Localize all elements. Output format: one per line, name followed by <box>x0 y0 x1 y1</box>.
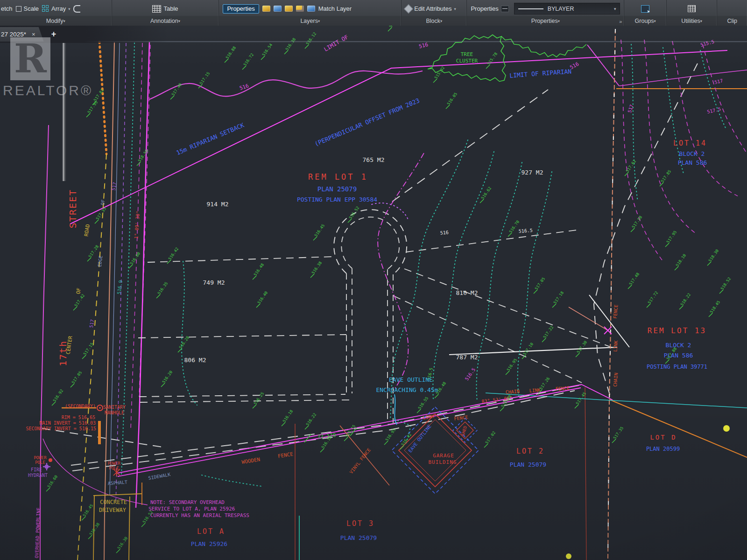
area-label: 927 M2 <box>521 169 543 176</box>
utility-label: MANHOLE <box>105 410 124 415</box>
building-label: ENCROACHING 0.45m <box>376 386 438 393</box>
utility-label: HYDRANT <box>28 473 48 478</box>
groups-panel-label: Groups <box>635 18 654 24</box>
scale-button[interactable]: Scale <box>16 5 39 12</box>
layers-panel-title[interactable]: Layers <box>219 16 401 26</box>
street-label: STREET <box>67 189 78 228</box>
cad-viewport[interactable]: REM LOT 1PLAN 25079POSTING PLAN EPP 3058… <box>0 0 747 560</box>
edit-attributes-label: Edit Attributes <box>414 5 451 12</box>
color-swatch-icon <box>501 6 509 12</box>
file-tab-bar: 27 2025* × + <box>0 26 168 43</box>
utility-label: POLE <box>109 466 119 470</box>
street-label: OF <box>100 199 106 205</box>
match-layer-label: Match Layer <box>318 5 352 12</box>
table-button[interactable]: Table <box>152 5 178 13</box>
chevron-down-icon: ▾ <box>614 7 616 11</box>
lot-label: PLAN 25079 <box>317 185 357 193</box>
note-line: CURRENTLY HAS AN AERIAL TRESPASS <box>150 512 249 518</box>
modify-panel-label: Modify <box>46 18 63 24</box>
lot-label: POSTING PLAN 39771 <box>647 364 707 370</box>
scale-icon <box>16 6 21 12</box>
group-selection-icon[interactable] <box>641 5 649 13</box>
close-tab-icon[interactable]: × <box>32 31 35 38</box>
layer-properties-button[interactable]: Properties <box>223 4 259 14</box>
building-label: TREE <box>461 51 473 57</box>
linetype-select[interactable]: BYLAYER ▾ <box>514 3 620 14</box>
ribbon-panel-clip: Clip <box>717 0 747 26</box>
lot-label: LOT 2 <box>516 447 544 455</box>
annotation-panel-label: Annotation <box>150 18 178 24</box>
linetype-sample-icon <box>518 8 543 9</box>
ribbon-toolbar: etch Scale Array Modify Table Annotation… <box>0 0 747 26</box>
edit-attributes-button[interactable]: Edit Attributes <box>405 5 456 12</box>
lot-label: LOT 14 <box>673 139 707 147</box>
building-label: GARAGE <box>433 453 454 459</box>
note-line: NOTE: SECONDARY OVERHEAD <box>150 499 225 505</box>
match-layer-button[interactable]: Match Layer <box>318 5 352 12</box>
building-label: DRIVEWAY <box>99 507 127 513</box>
annotation-panel-title[interactable]: Annotation <box>112 16 219 26</box>
lot-label: PLAN 25079 <box>510 461 546 468</box>
lot-label: PLAN 586 <box>678 159 707 166</box>
layer-lock-icon[interactable] <box>296 6 304 12</box>
layers-panel-label: Layers <box>300 18 318 24</box>
ribbon-panel-annotation: Table Annotation <box>112 0 219 26</box>
spline-edit-icon[interactable] <box>73 5 80 13</box>
fence-label: FENCE <box>555 385 570 392</box>
building-label: CLUSTER <box>456 58 478 64</box>
building-label: CONCRETE <box>100 499 127 505</box>
lot-label: BLOCK 2 <box>679 150 705 157</box>
area-label: 810 M2 <box>456 289 478 296</box>
fence-label: CHAIN <box>505 389 520 395</box>
properties-button[interactable]: Properties <box>471 5 508 12</box>
properties-panel-title[interactable]: Properties <box>467 16 624 26</box>
layer-state-icon[interactable] <box>262 6 270 12</box>
utility-label: POWER <box>107 461 120 466</box>
lot-label: PLAN 20599 <box>646 446 680 452</box>
power-pole-symbol <box>49 458 52 462</box>
lot-label: POSTING PLAN EPP 30584 <box>297 196 377 203</box>
panel-expander-icon[interactable]: » <box>619 19 622 24</box>
lot-label: BLOCK 2 <box>666 342 691 349</box>
array-icon <box>42 5 49 12</box>
layer-freeze-icon[interactable] <box>285 6 293 12</box>
stretch-button[interactable]: etch <box>1 5 13 12</box>
linetype-value: BYLAYER <box>548 6 574 12</box>
utilities-grid-icon[interactable] <box>688 5 696 12</box>
lot-label: REM LOT 1 <box>308 172 368 182</box>
utilities-panel-title[interactable]: Utilities <box>667 16 717 26</box>
new-tab-button[interactable]: + <box>51 29 56 39</box>
layer-off-icon[interactable] <box>307 6 315 12</box>
ribbon-panel-modify: etch Scale Array Modify <box>0 0 112 26</box>
fence-label: LINK <box>613 340 619 352</box>
lot-label: REM LOT 13 <box>648 326 706 335</box>
block-panel-label: Block <box>426 18 440 24</box>
scale-label: Scale <box>24 5 39 12</box>
block-panel-title[interactable]: Block <box>402 16 466 26</box>
properties-panel-label: Properties <box>531 18 558 24</box>
utility-label: MAIN INVERT = 516.03 <box>40 420 96 426</box>
area-label: 749 M2 <box>203 279 225 286</box>
ribbon-panel-groups: Groups <box>624 0 667 26</box>
array-button[interactable]: Array <box>42 5 70 12</box>
contour-label: 516.5 <box>518 228 533 234</box>
drawing-file-tab-label: 27 2025* <box>1 31 26 38</box>
lot-label: LOT D <box>650 434 677 441</box>
table-label: Table <box>163 5 178 12</box>
utility-label: RIM = 516.65 <box>62 415 95 420</box>
area-label: 914 M2 <box>207 201 229 208</box>
lot-label: LOT A <box>197 527 225 536</box>
utility-label: FIRE <box>31 467 42 472</box>
utility-label: SECONDARY INVERT = 516.15 <box>26 426 96 431</box>
drawing-file-tab[interactable]: 27 2025* × <box>0 27 44 42</box>
lot-label: PLAN 25079 <box>340 534 377 541</box>
groups-panel-title[interactable]: Groups <box>624 16 666 26</box>
array-label: Array <box>51 5 66 12</box>
clip-panel-title[interactable]: Clip <box>717 16 747 26</box>
edit-attributes-icon <box>404 4 413 14</box>
ribbon-panel-utilities: Utilities <box>667 0 717 26</box>
lot-label: PLAN 25926 <box>191 540 227 547</box>
modify-panel-title[interactable]: Modify <box>0 16 112 26</box>
layer-isolate-icon[interactable] <box>274 6 282 12</box>
utility-label: POLE <box>35 460 45 465</box>
